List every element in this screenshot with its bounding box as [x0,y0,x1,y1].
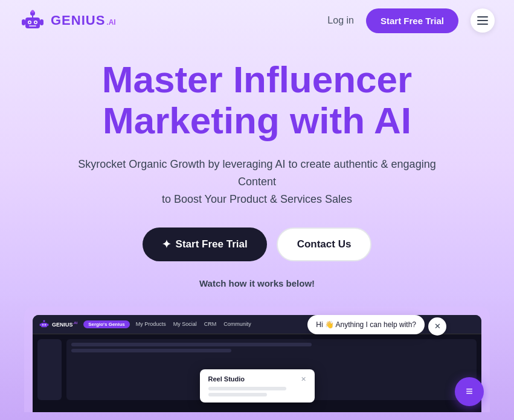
sparkle-icon: ✦ [162,238,171,251]
svg-point-15 [42,325,43,325]
svg-rect-18 [47,323,48,326]
chat-bubble: Hi 👋 Anything I can help with? [307,315,425,334]
svg-point-6 [35,22,37,24]
nav-item-2: My Social [173,321,197,327]
nav-item-1: My Products [136,321,166,327]
svg-point-16 [45,325,45,325]
svg-rect-10 [40,19,43,25]
chat-button-icon: ≡ [466,384,473,398]
logo[interactable]: GENIUS .AI [19,7,116,34]
start-trial-button[interactable]: ✦ Start Free Trial [143,228,267,261]
reel-studio-card: Reel Studio ✕ [200,369,315,402]
app-mini-logo-icon [39,319,50,329]
svg-rect-9 [22,19,25,25]
reel-card-header: Reel Studio ✕ [208,375,306,383]
header-nav: Log in Start Free Trial [327,8,495,33]
start-trial-label: Start Free Trial [176,238,248,250]
hero-title: Master Influencer Marketing with AI [12,59,502,141]
hero-subtitle: Skyrocket Organic Growth by leveraging A… [40,156,475,208]
logo-sup: .AI [106,18,115,27]
hero-buttons: ✦ Start Free Trial Contact Us [12,228,502,261]
header: GENIUS .AI Log in Start Free Trial [0,0,514,41]
svg-point-11 [43,320,45,322]
menu-button[interactable] [471,8,495,33]
logo-text: GENIUS [51,13,105,28]
chat-button[interactable]: ≡ [455,377,484,406]
logo-robot-icon [19,7,46,34]
hamburger-icon [477,16,488,25]
svg-point-5 [29,22,31,24]
watch-text: Watch how it works below! [12,278,502,288]
nav-item-3: CRM [204,321,217,327]
hero-section: Master Influencer Marketing with AI Skyr… [0,41,514,301]
header-trial-button[interactable]: Start Free Trial [366,8,458,33]
app-nav: My Products My Social CRM Community [136,321,251,327]
nav-item-4: Community [223,321,251,327]
screenshot-container: GENIUS.AI Sergio's Genius My Products My… [24,307,490,412]
reel-close-button[interactable]: ✕ [301,375,306,383]
svg-point-8 [31,10,34,13]
svg-rect-12 [41,323,47,327]
sergio-badge: Sergio's Genius [83,320,130,328]
reel-card-title: Reel Studio [208,375,245,383]
svg-rect-2 [25,18,40,28]
reel-card-content [208,387,287,390]
svg-rect-7 [29,25,36,27]
sidebar-hint [37,339,62,401]
screenshot-close-button[interactable]: ✕ [428,317,446,336]
app-logo-text: GENIUS.AI [52,321,77,328]
contact-us-button[interactable]: Contact Us [277,228,372,261]
login-button[interactable]: Log in [327,15,354,26]
svg-rect-17 [40,323,41,326]
reel-card-content-2 [208,393,267,396]
